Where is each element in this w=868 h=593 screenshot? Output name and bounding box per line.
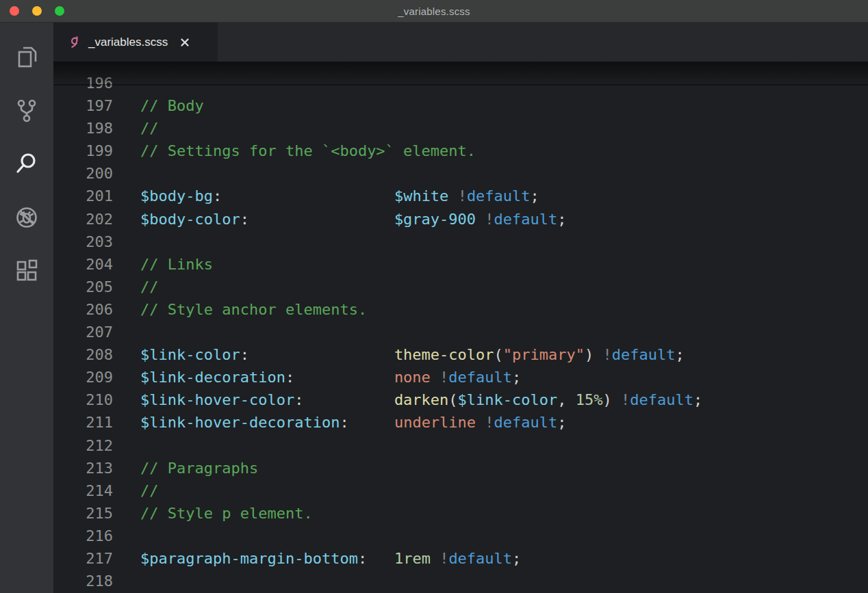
- line-number: 199: [53, 140, 140, 162]
- code-line: 212: [53, 434, 868, 457]
- tab-bar: _variables.scss: [53, 23, 868, 62]
- line-number: 209: [53, 366, 140, 388]
- sidebar-item-debug[interactable]: [0, 192, 53, 246]
- line-number: 214: [53, 479, 140, 502]
- extensions-icon: [13, 257, 40, 287]
- code-line: 214//: [53, 479, 868, 502]
- code-line: 216: [53, 525, 868, 547]
- line-number: 204: [53, 253, 140, 276]
- code-text: $link-color: theme-color("primary") !def…: [140, 343, 685, 366]
- tab-variables-scss[interactable]: _variables.scss: [53, 23, 218, 62]
- line-number: 201: [53, 185, 140, 207]
- code-text: //: [140, 479, 159, 502]
- line-number: 202: [53, 208, 140, 230]
- sidebar-item-explorer[interactable]: [0, 32, 53, 85]
- code-text: // Style p element.: [140, 502, 313, 525]
- code-text: // Links: [140, 253, 213, 276]
- line-number: 216: [53, 525, 140, 547]
- code-text: $link-decoration: none !default;: [140, 366, 521, 388]
- code-line: 207: [53, 321, 868, 343]
- code-line: 204// Links: [53, 253, 868, 276]
- window-controls: [0, 6, 64, 16]
- editor[interactable]: 196197// Body198//199// Settings for the…: [53, 62, 868, 593]
- line-number: 210: [53, 388, 140, 411]
- code-line: 197// Body: [53, 94, 868, 117]
- code-line: 211$link-hover-decoration: underline !de…: [53, 411, 868, 434]
- code-line: 205//: [53, 276, 868, 298]
- code-text: // Body: [140, 94, 204, 117]
- line-number: 197: [53, 94, 140, 117]
- code-line: 199// Settings for the `<body>` element.: [53, 140, 868, 162]
- title-bar: _variables.scss: [0, 0, 868, 23]
- code-line: 196: [53, 72, 868, 94]
- code-text: // Paragraphs: [140, 457, 258, 479]
- close-window-button[interactable]: [10, 6, 19, 16]
- line-number: 200: [53, 162, 140, 185]
- activity-bar: [0, 23, 53, 593]
- line-number: 213: [53, 457, 140, 479]
- code-text: $body-bg: $white !default;: [140, 185, 539, 207]
- code-line: 206// Style anchor elements.: [53, 298, 868, 321]
- code-line: 202$body-color: $gray-900 !default;: [53, 208, 868, 230]
- code-text: $body-color: $gray-900 !default;: [140, 208, 567, 230]
- code-line: 209$link-decoration: none !default;: [53, 366, 868, 388]
- code-line: 218: [53, 570, 868, 592]
- code-line: 210$link-hover-color: darken($link-color…: [53, 388, 868, 411]
- line-number: 217: [53, 547, 140, 570]
- code-line: 203: [53, 230, 868, 253]
- line-number: 208: [53, 343, 140, 366]
- code-text: $paragraph-margin-bottom: 1rem !default;: [140, 547, 521, 570]
- sidebar-item-source-control[interactable]: [0, 85, 53, 139]
- zoom-window-button[interactable]: [55, 6, 64, 16]
- code-line: 200: [53, 162, 868, 185]
- tab-close-icon[interactable]: [180, 38, 190, 47]
- code-text: // Style anchor elements.: [140, 298, 367, 321]
- line-number: 205: [53, 276, 140, 298]
- sass-icon: [68, 35, 80, 49]
- line-number: 198: [53, 117, 140, 140]
- window-title: _variables.scss: [0, 5, 868, 17]
- sidebar-item-extensions[interactable]: [0, 246, 53, 299]
- source-control-icon: [13, 97, 40, 127]
- line-number: 212: [53, 434, 140, 457]
- debug-disabled-icon: [13, 204, 40, 234]
- code-line: 215// Style p element.: [53, 502, 868, 525]
- line-number: 196: [53, 72, 140, 94]
- line-number: 207: [53, 321, 140, 343]
- code-area: 196197// Body198//199// Settings for the…: [53, 62, 868, 592]
- line-number: 218: [53, 570, 140, 592]
- code-line: 198//: [53, 117, 868, 140]
- sidebar-item-search[interactable]: [0, 139, 53, 192]
- line-number: 206: [53, 298, 140, 321]
- explorer-icon: [13, 44, 40, 74]
- minimize-window-button[interactable]: [32, 6, 42, 16]
- app-body: _variables.scss 196197// Body198//199// …: [0, 23, 868, 593]
- code-line: 217$paragraph-margin-bottom: 1rem !defau…: [53, 547, 868, 570]
- code-line: 201$body-bg: $white !default;: [53, 185, 868, 207]
- tab-label: _variables.scss: [88, 36, 168, 49]
- code-text: $link-hover-color: darken($link-color, 1…: [140, 388, 702, 411]
- line-number: 215: [53, 502, 140, 525]
- code-text: //: [140, 276, 159, 298]
- vscode-window: _variables.scss: [0, 0, 868, 593]
- editor-group: _variables.scss 196197// Body198//199// …: [53, 23, 868, 593]
- code-text: $link-hover-decoration: underline !defau…: [140, 411, 567, 434]
- code-text: // Settings for the `<body>` element.: [140, 140, 476, 162]
- code-text: //: [140, 117, 159, 140]
- search-icon: [13, 150, 40, 181]
- line-number: 203: [53, 230, 140, 253]
- line-number: 211: [53, 411, 140, 434]
- code-line: 213// Paragraphs: [53, 457, 868, 479]
- code-line: 208$link-color: theme-color("primary") !…: [53, 343, 868, 366]
